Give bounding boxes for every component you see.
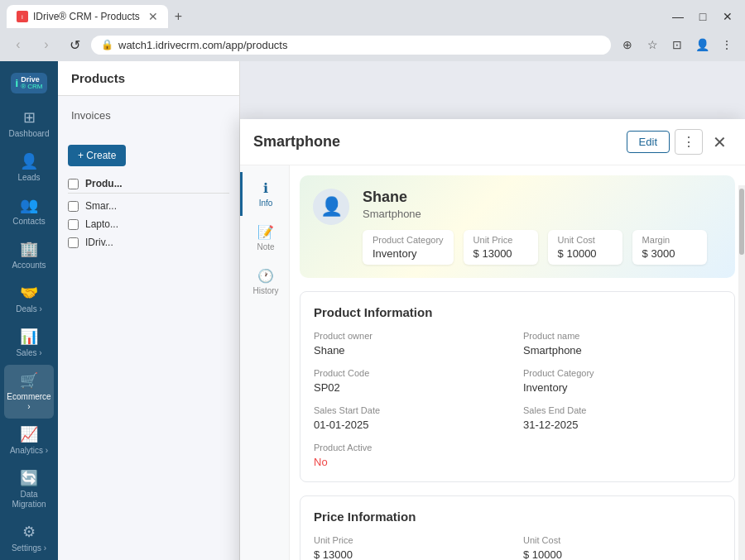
new-tab-btn[interactable]: + [171, 6, 185, 27]
history-icon: 🕐 [257, 268, 274, 284]
sidebar-item-datamigration[interactable]: 🔄 Data Migration [4, 462, 54, 516]
sidebar-item-ecommerce[interactable]: 🛒 Ecommerce › [4, 365, 54, 419]
profile-icon[interactable]: ⊕ [616, 33, 639, 56]
sidebar-label-analytics: Analytics › [10, 446, 48, 456]
select-all-checkbox[interactable] [68, 179, 79, 189]
metric-unit-price-label: Unit Price [473, 235, 528, 245]
product-card-name: Shane [363, 189, 722, 206]
row-checkbox-2[interactable] [68, 219, 79, 230]
sidebar-label-datamigration: Data Migration [7, 490, 50, 510]
avatar-icon: 👤 [320, 196, 343, 218]
account-btn[interactable]: 👤 [690, 33, 714, 56]
back-btn[interactable]: ‹ [7, 33, 30, 56]
field-sales-start-date: Sales Start Date 01-01-2025 [314, 405, 512, 431]
product-info-grid: Product owner Shane Product name Smartph… [314, 331, 721, 468]
accounts-icon: 🏢 [20, 240, 38, 258]
field-product-owner-value: Shane [314, 344, 512, 357]
tab-title: IDrive® CRM - Products [33, 11, 140, 22]
products-panel-header: Products [58, 61, 239, 96]
metric-unit-price: Unit Price $ 13000 [464, 230, 538, 265]
browser-tab[interactable]: i IDrive® CRM - Products ✕ [7, 5, 168, 28]
sidenav-history[interactable]: 🕐 History [240, 260, 289, 304]
sidebar-item-accounts[interactable]: 🏢 Accounts [4, 233, 54, 277]
browser-chrome: i IDrive® CRM - Products ✕ + — □ ✕ ‹ › ↺… [0, 0, 745, 61]
sidebar-label-ecommerce: Ecommerce › [7, 392, 50, 412]
metric-margin: Margin $ 3000 [632, 230, 707, 265]
field-product-owner: Product owner Shane [314, 331, 512, 357]
table-row[interactable]: IDriv... [68, 233, 229, 251]
sidenav-info[interactable]: ℹ Info [240, 172, 289, 216]
field-unit-price-label: Unit Price [314, 535, 512, 545]
toolbar-right: ⊕ ☆ ⊡ 👤 ⋮ [616, 33, 738, 56]
row-checkbox-3[interactable] [68, 237, 79, 248]
metric-unit-cost: Unit Cost $ 10000 [548, 230, 622, 265]
bookmark-btn[interactable]: ☆ [641, 33, 664, 56]
sidebar-item-sales[interactable]: 📊 Sales › [4, 321, 54, 365]
field-unit-price: Unit Price $ 13000 [314, 535, 512, 560]
ecommerce-icon: 🛒 [20, 371, 38, 390]
detail-panel-title: Smartphone [253, 133, 340, 151]
field-unit-price-value: $ 13000 [314, 548, 512, 560]
detail-panel: Smartphone Edit ⋮ ✕ ℹ Info 📝 Note 🕐 [240, 119, 745, 560]
scroll-indicator[interactable] [738, 185, 745, 560]
address-bar[interactable]: 🔒 watch1.idrivecrm.com/app/products [91, 36, 611, 55]
price-info-title: Price Information [314, 510, 721, 524]
contacts-icon: 👥 [20, 196, 38, 214]
close-btn[interactable]: ✕ [717, 6, 738, 27]
sidebar-label-dashboard: Dashboard [9, 129, 50, 139]
forward-btn[interactable]: › [35, 33, 58, 56]
detail-close-btn[interactable]: ✕ [708, 131, 732, 154]
field-product-code-label: Product Code [314, 368, 512, 378]
sidebar-item-leads[interactable]: 👤 Leads [4, 146, 54, 189]
sales-icon: 📊 [20, 328, 38, 346]
maximize-btn[interactable]: □ [692, 6, 714, 27]
reload-btn[interactable]: ↺ [63, 33, 86, 56]
products-submenu-invoices[interactable]: Invoices [58, 103, 239, 128]
leads-icon: 👤 [20, 152, 38, 170]
lock-icon: 🔒 [101, 39, 113, 50]
tab-close-btn[interactable]: ✕ [148, 10, 158, 23]
edit-btn[interactable]: Edit [627, 131, 670, 153]
sidebar-item-dashboard[interactable]: ⊞ Dashboard [4, 102, 54, 146]
products-submenu: Invoices [58, 96, 239, 135]
sidebar-item-settings[interactable]: ⚙ Settings › [4, 516, 54, 560]
sidebar-label-accounts: Accounts [12, 261, 46, 270]
create-product-btn[interactable]: + Create [68, 145, 126, 166]
sidenav-note[interactable]: 📝 Note [240, 216, 289, 260]
sidebar: i Drive ® CRM ⊞ Dashboard 👤 Leads 👥 Cont… [0, 61, 58, 560]
table-row[interactable]: Lapto... [68, 215, 229, 233]
product-card-subtitle: Smartphone [363, 208, 722, 220]
field-product-name-label: Product name [523, 331, 721, 341]
metric-unit-cost-label: Unit Cost [558, 235, 613, 245]
analytics-icon: 📈 [20, 425, 38, 443]
metric-margin-label: Margin [642, 235, 697, 245]
table-row[interactable]: Smar... [68, 197, 229, 215]
dashboard-icon: ⊞ [23, 108, 36, 127]
detail-header: Smartphone Edit ⋮ ✕ [240, 119, 745, 165]
sidenav-info-label: Info [259, 199, 273, 208]
metric-category: Product Category Inventory [363, 230, 454, 265]
sidebar-item-deals[interactable]: 🤝 Deals › [4, 277, 54, 321]
sidebar-logo: i Drive ® CRM [6, 68, 53, 98]
browser-titlebar: i IDrive® CRM - Products ✕ + — □ ✕ [0, 0, 745, 28]
field-product-active: Product Active No [314, 443, 721, 468]
product-row-name-3: IDriv... [85, 237, 113, 248]
product-card: 👤 Shane Smartphone Product Category Inve… [300, 175, 735, 278]
more-options-btn[interactable]: ⋮ [675, 129, 703, 155]
price-info-section: Price Information Unit Price $ 13000 Uni… [300, 495, 735, 560]
sidebar-label-deals: Deals › [16, 304, 42, 314]
field-sales-end-label: Sales End Date [523, 405, 721, 415]
sidebar-item-contacts[interactable]: 👥 Contacts [4, 189, 54, 233]
metric-category-value: Inventory [372, 247, 444, 260]
sidenav-history-label: History [252, 286, 278, 295]
menu-btn[interactable]: ⋮ [715, 33, 738, 56]
minimize-btn[interactable]: — [667, 6, 689, 27]
extensions-btn[interactable]: ⊡ [666, 33, 689, 56]
scroll-thumb [739, 189, 744, 255]
row-checkbox-1[interactable] [68, 201, 79, 212]
detail-body: ℹ Info 📝 Note 🕐 History 👤 [240, 165, 745, 560]
sidebar-item-analytics[interactable]: 📈 Analytics › [4, 419, 54, 462]
detail-sidenav: ℹ Info 📝 Note 🕐 History [240, 165, 290, 560]
field-product-active-value: No [314, 456, 721, 468]
detail-header-actions: Edit ⋮ ✕ [627, 129, 732, 155]
